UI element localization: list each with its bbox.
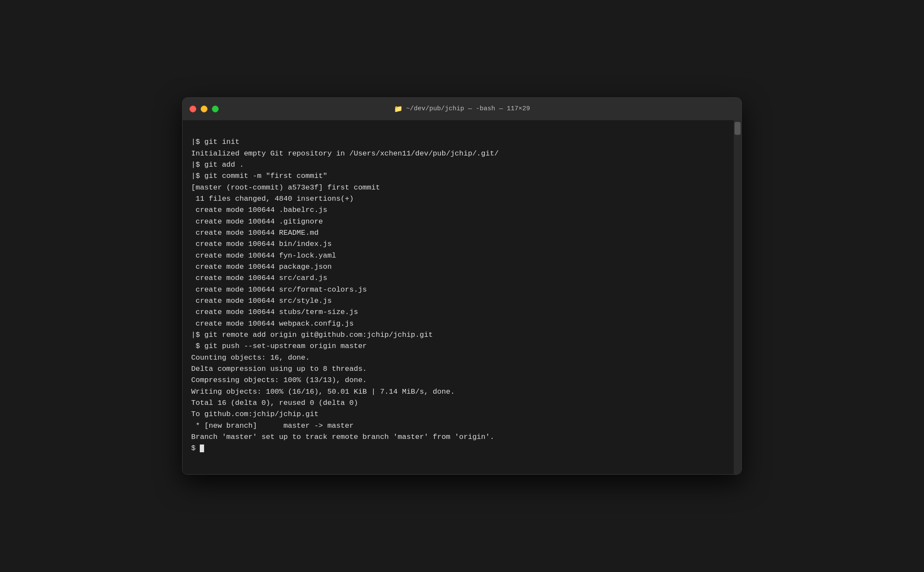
line-25: To github.com:jchip/jchip.git bbox=[191, 410, 319, 418]
line-15: create mode 100644 src/style.js bbox=[191, 297, 332, 305]
line-13: create mode 100644 src/card.js bbox=[191, 274, 327, 282]
line-19: $ git push --set-upstream origin master bbox=[191, 342, 367, 350]
terminal-output: |$ git init Initialized empty Git reposi… bbox=[191, 125, 733, 466]
line-4: |$ git commit -m "first commit" bbox=[191, 172, 327, 180]
line-10: create mode 100644 bin/index.js bbox=[191, 240, 332, 248]
line-21: Delta compression using up to 8 threads. bbox=[191, 365, 367, 373]
maximize-button[interactable] bbox=[212, 106, 219, 112]
line-2: Initialized empty Git repository in /Use… bbox=[191, 149, 499, 158]
line-6: 11 files changed, 4840 insertions(+) bbox=[191, 195, 353, 203]
line-23: Writing objects: 100% (16/16), 50.01 KiB… bbox=[191, 388, 455, 396]
line-12: create mode 100644 package.json bbox=[191, 263, 332, 271]
minimize-button[interactable] bbox=[201, 106, 208, 112]
line-1: |$ git init bbox=[191, 138, 239, 146]
folder-icon: 📁 bbox=[394, 105, 403, 113]
line-11: create mode 100644 fyn-lock.yaml bbox=[191, 252, 336, 260]
line-9: create mode 100644 README.md bbox=[191, 229, 319, 237]
line-22: Compressing objects: 100% (13/13), done. bbox=[191, 376, 367, 384]
line-5: [master (root-commit) a573e3f] first com… bbox=[191, 183, 380, 192]
title-text: ~/dev/pub/jchip — -bash — 117×29 bbox=[406, 105, 530, 112]
line-8: create mode 100644 .gitignore bbox=[191, 218, 323, 226]
traffic-lights bbox=[189, 106, 219, 112]
line-17: create mode 100644 webpack.config.js bbox=[191, 320, 353, 328]
line-7: create mode 100644 .babelrc.js bbox=[191, 206, 327, 214]
window-title: 📁 ~/dev/pub/jchip — -bash — 117×29 bbox=[394, 105, 530, 113]
line-14: create mode 100644 src/format-colors.js bbox=[191, 286, 367, 294]
line-24: Total 16 (delta 0), reused 0 (delta 0) bbox=[191, 399, 358, 407]
terminal-body[interactable]: |$ git init Initialized empty Git reposi… bbox=[183, 120, 741, 474]
terminal-window: 📁 ~/dev/pub/jchip — -bash — 117×29 |$ gi… bbox=[182, 97, 742, 475]
scrollbar-thumb[interactable] bbox=[735, 122, 741, 135]
cursor bbox=[200, 445, 204, 452]
title-bar: 📁 ~/dev/pub/jchip — -bash — 117×29 bbox=[183, 98, 741, 120]
line-27: Branch 'master' set up to track remote b… bbox=[191, 433, 494, 441]
line-18: |$ git remote add origin git@github.com:… bbox=[191, 331, 433, 339]
line-28-prompt: $ bbox=[191, 444, 204, 452]
line-3: |$ git add . bbox=[191, 161, 244, 169]
line-20: Counting objects: 16, done. bbox=[191, 354, 310, 362]
line-26: * [new branch] master -> master bbox=[191, 422, 353, 430]
close-button[interactable] bbox=[189, 106, 196, 112]
scrollbar[interactable] bbox=[734, 120, 741, 474]
line-16: create mode 100644 stubs/term-size.js bbox=[191, 308, 358, 316]
